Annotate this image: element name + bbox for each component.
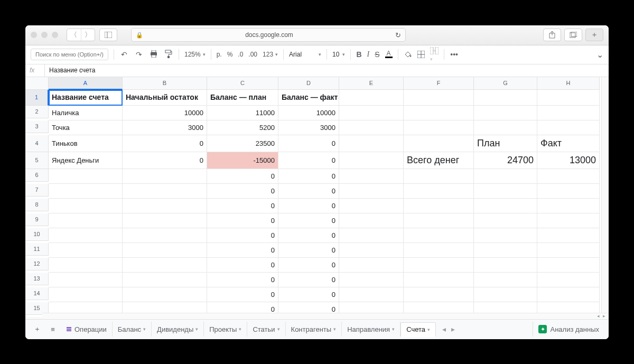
cell[interactable] [474,258,537,273]
sheet-tab[interactable]: Дивиденды▾ [152,322,204,337]
column-header[interactable]: G [474,77,537,90]
cell[interactable] [404,106,474,120]
cell[interactable]: 0 [207,184,278,199]
cell[interactable] [123,243,207,258]
column-header[interactable]: A [49,77,123,90]
cell[interactable] [339,90,404,106]
cell[interactable]: 0 [278,213,339,228]
more-formats-dropdown[interactable]: 123▾ [263,51,278,58]
formula-bar[interactable]: fx Название счета [25,64,609,77]
cell[interactable] [474,287,537,302]
increase-decimal-button[interactable]: .00 [248,51,257,58]
cell[interactable]: 10000 [278,106,339,120]
print-button[interactable] [149,50,158,59]
cell[interactable]: 3000 [278,120,339,135]
reload-icon[interactable]: ↻ [395,31,401,39]
paint-format-button[interactable] [164,50,173,60]
cell[interactable] [404,243,474,258]
row-header[interactable]: 12 [25,258,49,270]
cell[interactable] [339,213,404,228]
cell[interactable] [537,184,600,199]
cell[interactable] [339,135,404,152]
borders-button[interactable] [417,51,425,58]
cell[interactable]: 0 [278,184,339,199]
strikethrough-button[interactable]: S [375,50,379,59]
column-header[interactable]: D [278,77,339,90]
cell[interactable]: 24700 [474,152,537,169]
sheet-tab[interactable]: Направления▾ [342,322,400,337]
all-sheets-button[interactable]: ≡ [45,322,60,337]
forward-button[interactable]: 〉 [81,30,95,40]
new-tab-button[interactable]: ＋ [585,29,603,41]
cell[interactable]: 0 [207,287,278,302]
cell[interactable] [404,199,474,213]
cell[interactable]: Яндекс Деньги [49,152,123,169]
minimize-window-button[interactable] [41,32,48,38]
cell[interactable]: 0 [278,152,339,169]
cell[interactable] [474,169,537,184]
cell[interactable]: 0 [278,135,339,152]
collapse-toolbar-button[interactable]: ⌄ [596,50,603,60]
cell[interactable] [474,199,537,213]
row-header[interactable]: 4 [25,135,49,152]
cell[interactable] [339,199,404,213]
row-header[interactable]: 5 [25,152,49,169]
cell[interactable] [339,287,404,302]
cell[interactable] [537,287,600,302]
cell[interactable] [49,228,123,243]
cell[interactable] [123,228,207,243]
vertical-scrollbar[interactable] [601,77,609,319]
select-all-corner[interactable] [25,77,49,90]
cell[interactable]: 11000 [207,106,278,120]
address-bar[interactable]: 🔒 docs.google.com ↻ [131,28,406,42]
currency-format-button[interactable]: р. [217,51,222,58]
cell[interactable] [474,120,537,135]
cell[interactable]: 3000 [123,120,207,135]
formula-value[interactable]: Название счета [49,67,95,74]
cell[interactable] [537,273,600,287]
cell[interactable]: 0 [207,258,278,273]
cell[interactable] [339,258,404,273]
row-header[interactable]: 3 [25,120,49,133]
cell[interactable] [49,184,123,199]
italic-button[interactable]: I [367,50,370,59]
sheet-tab[interactable]: Контрагенты▾ [286,322,342,337]
row-header[interactable]: 11 [25,243,49,256]
cell[interactable] [49,199,123,213]
row-header[interactable]: 2 [25,106,49,118]
text-color-button[interactable]: A [385,51,393,58]
cell[interactable]: 0 [207,228,278,243]
cell[interactable]: 0 [278,243,339,258]
cell[interactable] [537,213,600,228]
cell[interactable] [49,273,123,287]
redo-button[interactable]: ↷ [134,50,144,59]
cell[interactable] [404,228,474,243]
cell[interactable] [404,184,474,199]
cell[interactable]: 0 [207,213,278,228]
cell[interactable] [123,184,207,199]
sheet-tab[interactable]: Статьи▾ [247,322,285,337]
cell[interactable]: План [474,135,537,152]
cell[interactable] [339,184,404,199]
cell[interactable]: Тиньков [49,135,123,152]
cell[interactable]: 0 [278,228,339,243]
sheet-tab[interactable]: Счета▾ [400,322,436,337]
cell[interactable] [123,213,207,228]
undo-button[interactable]: ↶ [119,50,129,59]
cell[interactable]: 0 [207,169,278,184]
sheet-tab[interactable]: Баланс▾ [113,322,152,337]
cell[interactable] [49,243,123,258]
cell[interactable]: 23500 [207,135,278,152]
cell[interactable]: Название счета [49,90,123,106]
cell[interactable] [537,90,600,106]
tabs-button[interactable] [564,29,582,41]
cell[interactable] [474,243,537,258]
cell[interactable] [123,287,207,302]
toolbar-overflow-button[interactable]: ••• [450,50,459,59]
cell[interactable]: 0 [278,169,339,184]
cell[interactable] [537,228,600,243]
spreadsheet-grid[interactable]: ABCDEFGH1Название счетаНачальный остаток… [25,77,609,319]
cell[interactable] [537,243,600,258]
cell[interactable] [339,106,404,120]
cell[interactable]: Наличка [49,106,123,120]
